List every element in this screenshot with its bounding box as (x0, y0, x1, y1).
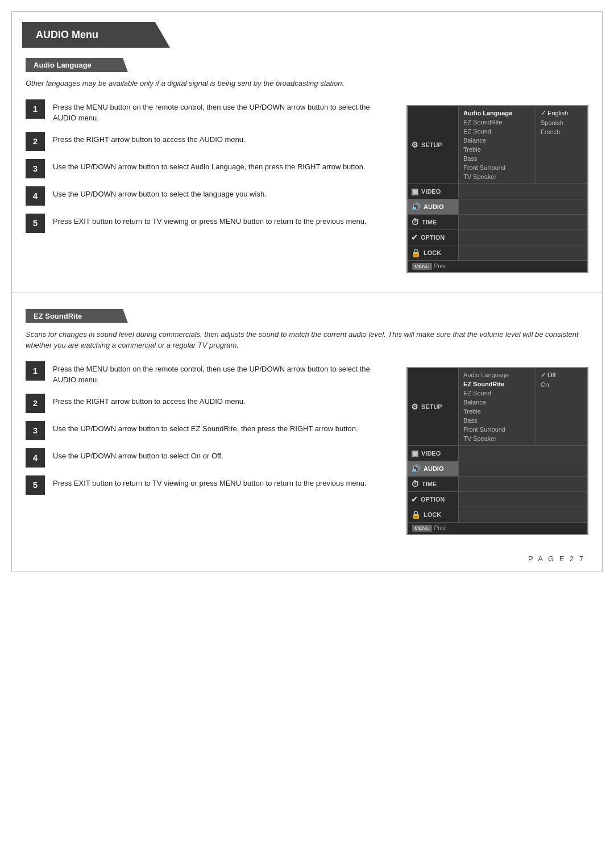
menu-item-tv-speaker: TV Speaker (463, 172, 531, 181)
tv-footer-2: MENU Prev. (408, 523, 587, 534)
video-icon: ▣ (411, 187, 418, 196)
step-num-2: 2 (26, 132, 45, 151)
tv2-row-setup: ⚙ SETUP Audio Language EZ SoundRite EZ S… (408, 368, 587, 446)
menu-item-front-surround: Front Surround (463, 163, 531, 172)
tv2-label-time: ⏱ TIME (408, 477, 459, 491)
step-item: 5 Press EXIT button to return to TV view… (26, 214, 389, 233)
section2-steps: 1 Press the MENU button on the remote co… (26, 361, 389, 503)
step-item-s2: 2 Press the RIGHT arrow button to access… (26, 394, 389, 413)
menu-item-treble: Treble (463, 145, 531, 154)
step-item-s2: 4 Use the UP/DOWN arrow button to select… (26, 448, 389, 468)
footer-btn-2: MENU (412, 525, 432, 532)
step-num-5: 5 (26, 214, 45, 233)
footer-btn-1: MENU (412, 263, 432, 270)
divider-1 (12, 293, 602, 293)
section2-note: Scans for changes in sound level during … (26, 329, 588, 351)
tv-row-time: ⏱ TIME (408, 215, 587, 230)
section1-steps: 1 Press the MENU button on the remote co… (26, 99, 389, 241)
audio-icon-2: 🔊 (411, 464, 421, 473)
option2-off: Off (541, 370, 583, 380)
option2-on: On (541, 380, 583, 389)
lock-icon-2: 🔒 (411, 510, 421, 519)
option-spanish: Spanish (541, 118, 583, 127)
tv2-row-lock: 🔒 LOCK (408, 507, 587, 523)
tv-row-option: ✔ OPTION (408, 230, 587, 245)
tv2-menu-right: Off On (536, 368, 587, 445)
step-text-3: Use the UP/DOWN arrow button to select A… (53, 159, 366, 173)
tv-menu-right-1: English Spanish French (536, 106, 587, 183)
step-text-1: Press the MENU button on the remote cont… (53, 99, 389, 124)
footer-prev-2: Prev. (434, 525, 447, 531)
step-text-s2-5: Press EXIT button to return to TV viewin… (53, 475, 367, 489)
tv-label-time: ⏱ TIME (408, 215, 459, 229)
tv-label-setup: ⚙ SETUP (408, 106, 459, 183)
section-audio-language: Audio Language Other languages may be av… (12, 48, 602, 287)
option-icon: ✔ (411, 233, 418, 242)
lock-icon: 🔒 (411, 248, 421, 257)
option-label-2: OPTION (421, 496, 445, 503)
step-num-s2-3: 3 (26, 421, 45, 440)
tv-label-audio: 🔊 AUDIO (408, 199, 459, 214)
step-num-3: 3 (26, 159, 45, 178)
setup-label-2: SETUP (421, 403, 442, 410)
tv-row-lock: 🔒 LOCK (408, 245, 587, 261)
tv2-label-option: ✔ OPTION (408, 492, 459, 507)
option-icon-2: ✔ (411, 495, 418, 504)
step-item-s2: 1 Press the MENU button on the remote co… (26, 361, 389, 386)
option-label: OPTION (421, 234, 445, 241)
step-item-s2: 3 Use the UP/DOWN arrow button to select… (26, 421, 389, 440)
tv-footer-1: MENU Prev. (408, 261, 587, 272)
time-icon: ⏱ (411, 218, 419, 227)
video-label: VIDEO (421, 188, 441, 195)
page-number: P A G E 2 7 (12, 549, 602, 571)
step-item: 2 Press the RIGHT arrow button to access… (26, 132, 389, 151)
step-num-1: 1 (26, 99, 45, 119)
tv2-label-lock: 🔒 LOCK (408, 507, 459, 522)
video-icon-2: ▣ (411, 449, 418, 458)
menu2-audio-language: Audio Language (463, 370, 531, 379)
step-num-4: 4 (26, 186, 45, 206)
page-title: AUDIO Menu (22, 22, 170, 48)
step-text-2: Press the RIGHT arrow button to access t… (53, 132, 246, 145)
section2-content-row: 1 Press the MENU button on the remote co… (26, 361, 588, 535)
section-ez-soundrite: EZ SoundRite Scans for changes in sound … (12, 299, 602, 549)
audio-icon: 🔊 (411, 202, 421, 211)
tv2-label-audio: 🔊 AUDIO (408, 461, 459, 476)
option-french: French (541, 127, 583, 136)
step-text-5: Press EXIT button to return to TV viewin… (53, 214, 367, 227)
menu2-front-surround: Front Surround (463, 425, 531, 434)
menu2-tv-speaker: TV Speaker (463, 434, 531, 443)
option-english: English (541, 108, 583, 118)
step-item: 4 Use the UP/DOWN arrow button to select… (26, 186, 389, 206)
step-text-s2-4: Use the UP/DOWN arrow button to select O… (53, 448, 223, 462)
menu-item-balance: Balance (463, 136, 531, 145)
lock-label: LOCK (424, 249, 441, 256)
menu2-balance: Balance (463, 398, 531, 407)
tv2-menu-center: Audio Language EZ SoundRite EZ Sound Bal… (459, 368, 536, 445)
tv2-row-option: ✔ OPTION (408, 492, 587, 507)
setup-icon-2: ⚙ (411, 402, 418, 411)
tv2-label-setup: ⚙ SETUP (408, 368, 459, 445)
menu-item-audio-language: Audio Language (463, 108, 531, 118)
tv2-label-video: ▣ VIDEO (408, 446, 459, 461)
tv2-row-time: ⏱ TIME (408, 477, 587, 492)
menu-item-ez-sound: EZ Sound (463, 127, 531, 136)
menu-item-ez-soundrite: EZ SoundRite (463, 118, 531, 127)
page-container: AUDIO Menu Audio Language Other language… (11, 11, 603, 571)
step-item: 1 Press the MENU button on the remote co… (26, 99, 389, 124)
lock-label-2: LOCK (424, 511, 441, 518)
tv-menu-center-setup: Audio Language EZ SoundRite EZ Sound Bal… (459, 106, 536, 183)
tv-row-setup: ⚙ SETUP Audio Language EZ SoundRite EZ S… (408, 106, 587, 184)
menu2-bass: Bass (463, 416, 531, 425)
step-num-s2-1: 1 (26, 361, 45, 381)
section1-content-row: 1 Press the MENU button on the remote co… (26, 99, 588, 273)
tv2-row-video: ▣ VIDEO (408, 446, 587, 461)
section1-note: Other languages may be available only if… (26, 78, 588, 89)
tv-row-audio: 🔊 AUDIO (408, 199, 587, 215)
step-num-s2-5: 5 (26, 475, 45, 495)
tv2-row-audio: 🔊 AUDIO (408, 461, 587, 477)
setup-label: SETUP (421, 141, 442, 148)
step-text-s2-3: Use the UP/DOWN arrow button to select E… (53, 421, 358, 435)
menu2-ez-sound: EZ Sound (463, 389, 531, 398)
menu2-treble: Treble (463, 407, 531, 416)
